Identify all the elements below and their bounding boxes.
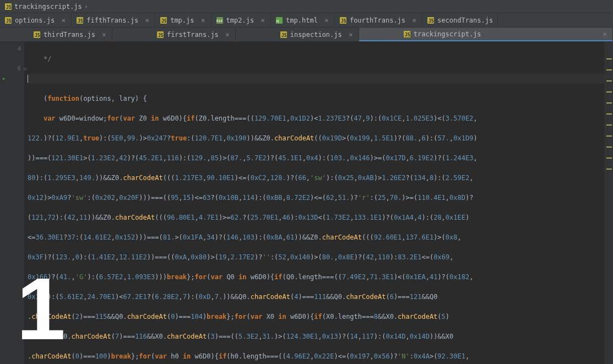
js-file-icon: 010 — [216, 17, 224, 24]
tab-label: inspection.js — [290, 31, 342, 39]
tab-firsttrans[interactable]: JS firstTrans.js × — [112, 28, 236, 41]
svg-text:JS: JS — [6, 19, 12, 24]
tab-thirdtrans[interactable]: JS thirdTrans.js × — [0, 28, 112, 41]
close-icon[interactable]: × — [224, 31, 231, 39]
svg-text:JS: JS — [6, 5, 12, 10]
tab-secondtrans[interactable]: JS secondTrans.js — [422, 13, 498, 27]
close-icon[interactable]: × — [411, 17, 417, 24]
run-gutter-icon[interactable]: ▸ — [2, 74, 6, 84]
tab-label: tmp.js — [170, 17, 194, 24]
svg-text:010: 010 — [216, 19, 223, 23]
js-file-icon: JS — [76, 17, 84, 24]
js-file-icon: JS — [4, 3, 12, 10]
code-area[interactable]: */ (function(options, lary) { var w6D0=w… — [24, 42, 613, 364]
tab-label: secondTrans.js — [437, 17, 493, 24]
close-icon[interactable]: × — [200, 17, 207, 24]
svg-text:JS: JS — [405, 32, 410, 37]
svg-text:JS: JS — [78, 19, 83, 24]
svg-text:JS: JS — [428, 19, 434, 24]
tab-tmp[interactable]: JS tmp.js × — [155, 13, 211, 27]
tab-tmp2[interactable]: 010 tmp2.js × — [211, 13, 272, 27]
code-editor[interactable]: 4 6⊟ ▸ */ (function(options, lary) { var… — [0, 42, 613, 364]
chevron-right-icon: › — [84, 3, 88, 10]
tab-label: fifthTrans.js — [86, 17, 138, 24]
svg-text:JS: JS — [341, 19, 346, 24]
svg-text:JS: JS — [35, 33, 40, 38]
close-icon[interactable]: × — [60, 17, 67, 24]
tab-label: tmp2.js — [226, 17, 254, 24]
tab-label: fourthTrans.js — [350, 17, 405, 24]
tabs-row-2: JS thirdTrans.js × JS firstTrans.js × JS… — [0, 28, 613, 42]
tab-label: thirdTrans.js — [44, 31, 95, 39]
tab-fifthtrans[interactable]: JS fifthTrans.js × — [72, 13, 155, 27]
tab-trackingscript[interactable]: JS trackingscript.js × — [359, 28, 613, 41]
tab-label: firstTrans.js — [167, 31, 219, 39]
js-file-icon: JS — [4, 17, 12, 24]
js-file-icon: JS — [403, 30, 411, 38]
tab-label: trackingscript.js — [414, 30, 481, 38]
svg-text:JS: JS — [161, 19, 167, 24]
tab-fourthtrans[interactable]: JS fourthTrans.js × — [335, 13, 422, 27]
js-file-icon: JS — [156, 31, 164, 39]
breadcrumb-file: trackingscript.js — [14, 3, 82, 10]
tab-label: options.js — [15, 17, 55, 24]
breadcrumb: JS trackingscript.js › — [0, 0, 613, 13]
js-file-icon: JS — [160, 17, 167, 24]
close-icon[interactable]: × — [601, 30, 608, 38]
js-file-icon: JS — [427, 17, 435, 24]
fold-icon[interactable]: ⊟ — [24, 64, 26, 74]
tab-options[interactable]: JS options.js × — [0, 13, 72, 27]
minimap-scrollbar[interactable] — [604, 42, 613, 364]
tab-label: tmp.html — [286, 17, 318, 24]
close-icon[interactable]: × — [259, 17, 266, 24]
close-icon[interactable]: × — [101, 31, 107, 39]
tab-tmphtml[interactable]: H tmp.html × — [271, 13, 335, 27]
close-icon[interactable]: × — [348, 31, 354, 39]
line-gutter: 4 6⊟ ▸ — [0, 42, 24, 364]
tabs-row-1: JS options.js × JS fifthTrans.js × JS tm… — [0, 13, 613, 28]
tab-inspection[interactable]: JS inspection.js × — [236, 28, 359, 41]
html-file-icon: H — [275, 17, 283, 24]
close-icon[interactable]: × — [144, 17, 150, 24]
close-icon[interactable]: × — [323, 17, 330, 24]
svg-text:JS: JS — [281, 33, 287, 38]
js-file-icon: JS — [33, 31, 41, 39]
js-file-icon: JS — [339, 17, 347, 24]
svg-text:JS: JS — [158, 33, 164, 38]
js-file-icon: JS — [280, 31, 287, 39]
svg-text:H: H — [276, 19, 279, 24]
